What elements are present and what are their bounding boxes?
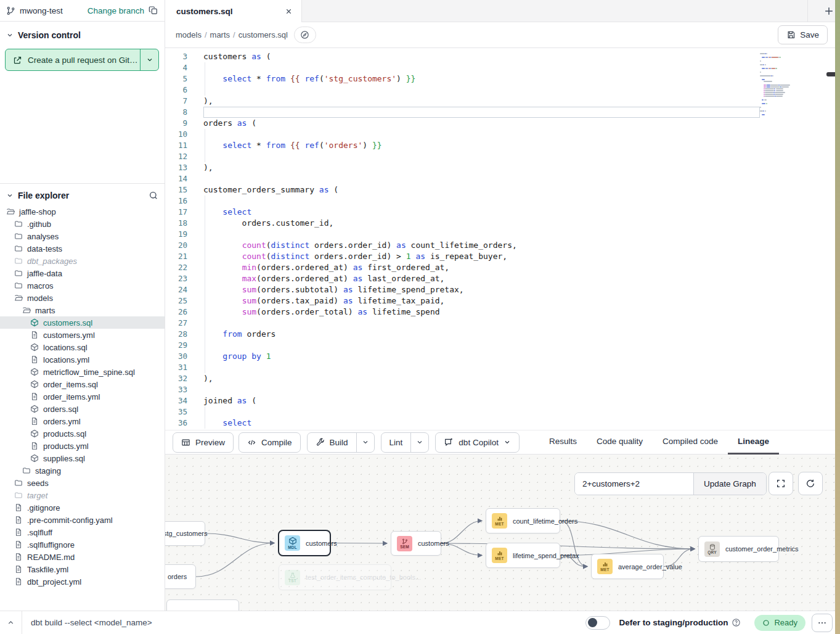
file-tree-item-taskfile-yml[interactable]: Taskfile.yml [0, 563, 165, 575]
build-button[interactable]: Build [308, 433, 356, 452]
lineage-node-customers_mdl[interactable]: MDLcustomers [278, 530, 331, 556]
lineage-node-partial_node[interactable] [166, 599, 239, 611]
collapse-panel-button[interactable] [0, 611, 22, 634]
file-tree-item-seeds[interactable]: seeds [0, 477, 165, 489]
code-editor[interactable]: 2345678910111213141516171819202122232425… [165, 48, 840, 430]
save-button[interactable]: Save [778, 25, 828, 44]
new-tab-plus-icon[interactable] [823, 5, 835, 17]
code-line-12[interactable] [203, 151, 760, 162]
code-line-25[interactable]: sum(orders.tax_paid) as lifetime_tax_pai… [203, 295, 760, 307]
file-tree-item-data-tests[interactable]: data-tests [0, 242, 165, 255]
file-explorer-header[interactable]: File explorer [0, 183, 165, 205]
file-tree-item-jaffle-data[interactable]: jaffle-data [0, 267, 165, 279]
lineage-node-average_order_value[interactable]: METaverage_order_value [591, 554, 664, 579]
close-icon[interactable] [285, 7, 293, 15]
file-tree-item-supplies-sql[interactable]: supplies.sql [0, 452, 165, 464]
code-line-27[interactable] [203, 318, 760, 329]
create-pr-button[interactable]: Create a pull request on Git… [5, 49, 159, 71]
file-tree-item-locations-sql[interactable]: locations.sql [0, 341, 165, 353]
lineage-node-count_lifetime_orders[interactable]: METcount_lifetime_orders [486, 508, 560, 533]
file-tree-item-order-items-sql[interactable]: order_items.sql [0, 378, 165, 390]
panel-tab-code-quality[interactable]: Code quality [587, 430, 653, 455]
file-tree-item-jaffle-shop[interactable]: jaffle-shop [0, 205, 165, 218]
file-tree-item-marts[interactable]: marts [0, 304, 165, 316]
file-tree-item-orders-yml[interactable]: orders.yml [0, 415, 165, 427]
code-line-32[interactable]: ), [203, 373, 760, 384]
file-tree-item-staging[interactable]: staging [0, 464, 165, 477]
file-tree-item-order-items-yml[interactable]: order_items.yml [0, 390, 165, 403]
lineage-node-customer_order_metrics[interactable]: QRYcustomer_order_metrics [698, 536, 779, 562]
command-text[interactable]: dbt build --select <model_name> [31, 618, 152, 627]
search-icon[interactable] [149, 191, 158, 200]
code-line-6[interactable] [203, 84, 760, 96]
explore-compass-button[interactable] [294, 27, 316, 43]
file-tree-item--gitignore[interactable]: .gitignore [0, 501, 165, 514]
preview-button[interactable]: Preview [173, 432, 234, 453]
code-line-20[interactable]: count(distinct orders.order_id) as count… [203, 240, 760, 251]
code-line-35[interactable] [203, 406, 760, 418]
fullscreen-button[interactable] [769, 472, 793, 495]
code-line-3[interactable]: customers as ( [203, 51, 760, 62]
lineage-node-orders_src[interactable]: MDLorders [165, 564, 196, 589]
panel-tab-compiled-code[interactable]: Compiled code [653, 430, 728, 455]
panel-tab-lineage[interactable]: Lineage [728, 430, 779, 455]
code-line-31[interactable] [203, 362, 760, 373]
copy-icon[interactable] [149, 6, 158, 15]
update-graph-button[interactable]: Update Graph [693, 473, 766, 495]
file-tree-item-dbt-project-yml[interactable]: dbt_project.yml [0, 575, 165, 588]
lineage-node-stg_customers[interactable]: MDLstg_customers [165, 521, 205, 546]
code-line-21[interactable]: count(distinct orders.order_id) > 1 as i… [203, 251, 760, 262]
create-pr-dropdown[interactable] [140, 49, 158, 70]
code-line-33[interactable] [203, 384, 760, 395]
lint-dropdown[interactable] [410, 433, 428, 452]
help-icon[interactable] [732, 618, 741, 627]
file-tree-item-metricflow-time-spine-sql[interactable]: metricflow_time_spine.sql [0, 366, 165, 378]
code-line-5[interactable]: select * from {{ ref('stg_customers') }} [203, 73, 760, 84]
code-line-7[interactable]: ), [203, 96, 760, 107]
file-tree-item-locations-yml[interactable]: locations.yml [0, 353, 165, 366]
file-tree-item-models[interactable]: models [0, 292, 165, 304]
file-tree-item-dbt-packages[interactable]: dbt_packages [0, 255, 165, 267]
code-line-23[interactable]: max(orders.ordered_at) as last_ordered_a… [203, 273, 760, 284]
minimap[interactable] [760, 50, 808, 130]
change-branch-link[interactable]: Change branch [88, 6, 144, 15]
code-line-30[interactable]: group by 1 [203, 351, 760, 362]
file-tree-item-products-yml[interactable]: products.yml [0, 440, 165, 452]
panel-tab-results[interactable]: Results [539, 430, 587, 455]
version-control-header[interactable]: Version control [0, 22, 165, 46]
file-tree-item-analyses[interactable]: analyses [0, 230, 165, 242]
code-line-8[interactable] [203, 107, 760, 118]
dbt-copilot-button[interactable]: dbt Copilot [435, 432, 520, 453]
code-line-24[interactable]: sum(orders.subtotal) as lifetime_spend_p… [203, 284, 760, 295]
file-tree-item-customers-sql[interactable]: customers.sql [0, 316, 165, 329]
breadcrumb-models[interactable]: models [176, 30, 202, 39]
lineage-node-customers_sem[interactable]: SEMcustomers [391, 531, 441, 556]
file-tree-item--pre-commit-config-yaml[interactable]: .pre-commit-config.yaml [0, 514, 165, 526]
code-line-34[interactable]: joined as ( [203, 395, 760, 406]
code-line-16[interactable] [203, 196, 760, 207]
code-line-29[interactable] [203, 340, 760, 351]
tab-customers-sql[interactable]: customers.sql [165, 0, 302, 22]
code-line-14[interactable] [203, 173, 760, 184]
build-dropdown[interactable] [356, 433, 374, 452]
code-line-13[interactable]: ), [203, 162, 760, 173]
file-tree-item--sqlfluff[interactable]: .sqlfluff [0, 526, 165, 538]
more-options-button[interactable] [812, 614, 833, 632]
file-tree-item-target[interactable]: target [0, 489, 165, 501]
file-tree-item--sqlfluffignore[interactable]: .sqlfluffignore [0, 538, 165, 551]
code-line-22[interactable]: min(orders.ordered_at) as first_ordered_… [203, 262, 760, 273]
file-tree-item-products-sql[interactable]: products.sql [0, 427, 165, 440]
code-line-26[interactable]: sum(orders.order_total) as lifetime_spen… [203, 307, 760, 318]
code-line-10[interactable] [203, 129, 760, 140]
code-line-19[interactable] [203, 229, 760, 240]
code-line-9[interactable]: orders as ( [203, 118, 760, 129]
code-line-11[interactable]: select * from {{ ref('orders') }} [203, 140, 760, 151]
defer-toggle[interactable] [585, 616, 610, 630]
code-line-28[interactable]: from orders [203, 329, 760, 340]
file-tree-item-macros[interactable]: macros [0, 279, 165, 292]
file-tree-item-orders-sql[interactable]: orders.sql [0, 403, 165, 415]
code-line-17[interactable]: select [203, 207, 760, 218]
refresh-button[interactable] [798, 472, 823, 495]
file-tree-item-customers-yml[interactable]: customers.yml [0, 329, 165, 341]
code-line-18[interactable]: orders.customer_id, [203, 218, 760, 229]
